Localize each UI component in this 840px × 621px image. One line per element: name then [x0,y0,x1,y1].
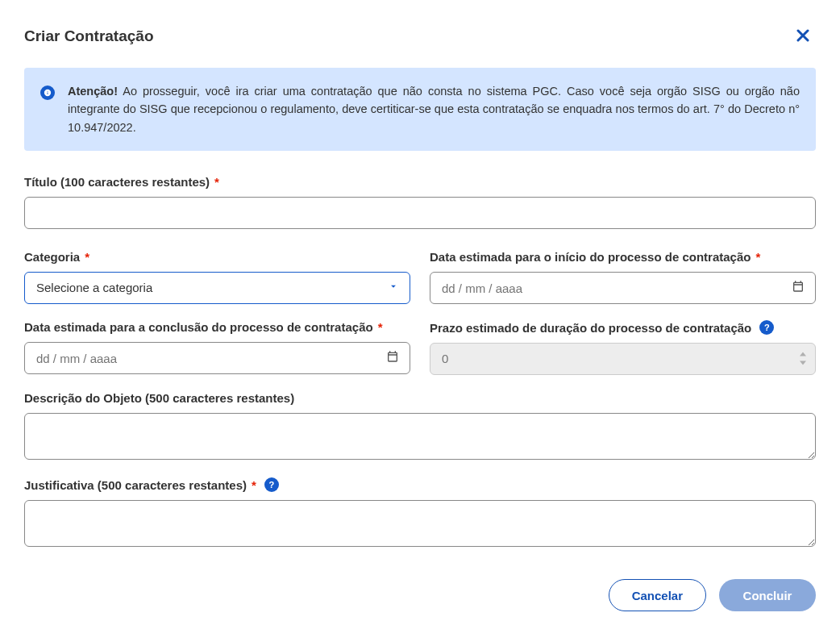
help-icon[interactable]: ? [264,477,279,492]
data-inicio-label: Data estimada para o início do processo … [430,250,816,264]
data-inicio-input[interactable] [430,272,816,304]
categoria-select[interactable]: Selecione a categoria [24,272,410,304]
descricao-label: Descrição do Objeto (500 caracteres rest… [24,391,816,405]
categoria-label-text: Categoria [24,250,80,264]
titulo-input[interactable] [24,197,816,229]
alert-bold: Atenção! [68,85,118,98]
justificativa-label: Justificativa (500 caracteres restantes)… [24,477,816,492]
info-icon [40,85,55,100]
alert-body: Ao prosseguir, você ira criar uma contra… [68,85,800,134]
data-conclusao-label: Data estimada para a conclusão do proces… [24,320,410,334]
titulo-label: Título (100 caracteres restantes) * [24,175,816,189]
stepper-icon [799,352,807,366]
help-icon[interactable]: ? [759,320,774,335]
justificativa-label-text: Justificativa (500 caracteres restantes) [24,478,247,492]
alert-info: Atenção! Ao prosseguir, você ira criar u… [24,68,816,151]
required-mark: * [252,478,256,492]
descricao-label-text: Descrição do Objeto (500 caracteres rest… [24,391,294,405]
prazo-label-text: Prazo estimado de duração do processo de… [430,321,751,335]
descricao-textarea[interactable] [24,413,816,460]
required-mark: * [755,250,760,264]
alert-text: Atenção! Ao prosseguir, você ira criar u… [68,82,800,136]
justificativa-textarea[interactable] [24,500,816,547]
prazo-value: 0 [442,352,448,365]
required-mark: * [378,320,383,334]
cancel-button[interactable]: Cancelar [609,579,706,611]
data-inicio-label-text: Data estimada para o início do processo … [430,250,751,264]
data-conclusao-input[interactable] [24,342,410,374]
modal-title: Criar Contratação [24,27,154,45]
confirm-button[interactable]: Concluir [719,579,816,611]
data-conclusao-label-text: Data estimada para a conclusão do proces… [24,320,373,334]
required-mark: * [214,175,219,189]
prazo-label: Prazo estimado de duração do processo de… [430,320,816,335]
close-icon [796,29,809,42]
titulo-label-text: Título (100 caracteres restantes) [24,175,210,189]
required-mark: * [85,250,89,264]
categoria-label: Categoria * [24,250,410,264]
close-button[interactable] [790,24,816,48]
prazo-input: 0 [430,343,816,375]
